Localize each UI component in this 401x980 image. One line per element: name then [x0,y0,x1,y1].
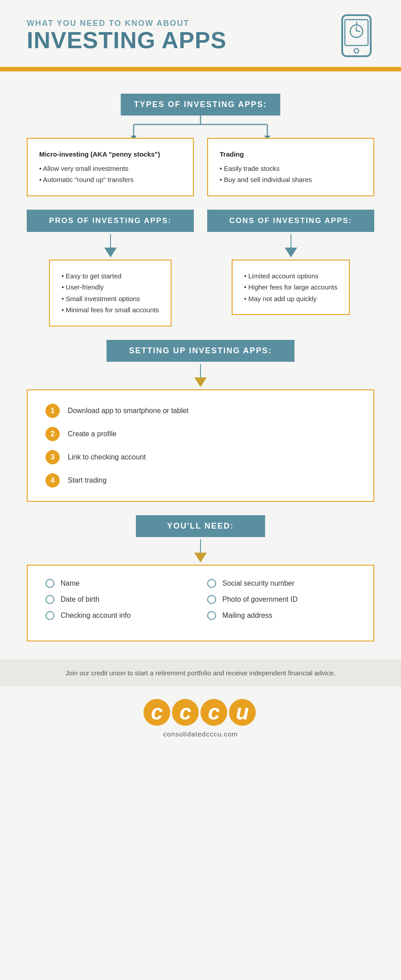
need-circle [207,595,216,604]
main-content: Types of Investing Apps: Micro-investing… [0,71,401,659]
need-header: You'll Need: [136,515,265,537]
setup-arrow [194,377,207,387]
need-circle [207,611,216,620]
micro-investing-box: Micro-investing (AKA "penny stocks") All… [27,138,194,196]
need-label: Date of birth [61,595,99,604]
logo-letter-c3: c [200,699,227,726]
step-circle-1: 1 [45,404,60,418]
step-text-1: Download app to smartphone or tablet [68,407,188,415]
trading-col: Trading Easily trade stocks Buy and sell… [207,138,374,196]
step-row-1: 1 Download app to smartphone or tablet [45,404,356,418]
setup-section: Setting Up Investing Apps: 1 Download ap… [27,340,374,502]
list-item: Limited account options [244,270,338,282]
list-item: Automatic "round up" transfers [39,174,181,186]
svg-marker-13 [264,136,270,138]
list-item: Easily trade stocks [220,163,362,174]
need-label: Photo of government ID [222,595,298,604]
footer-gray: Join our credit union to start a retirem… [0,659,401,686]
micro-investing-list: Allow very small investments Automatic "… [39,163,181,186]
need-label: Name [61,579,80,587]
need-box: Name Date of birth Checking account info [27,565,374,641]
header-subtitle: What you need to know about [27,19,226,28]
list-item: User-friendly [61,281,159,293]
svg-marker-12 [131,136,137,138]
trading-list: Easily trade stocks Buy and sell individ… [220,163,362,186]
page-header: What you need to know about Investing Ap… [0,0,401,67]
need-label: Social security number [222,579,295,587]
step-text-4: Start trading [68,476,106,484]
setup-arrow-line [200,364,201,377]
need-item-dob: Date of birth [45,595,194,604]
micro-investing-col: Micro-investing (AKA "penny stocks") All… [27,138,194,196]
need-right-col: Social security number Photo of governme… [207,579,356,627]
list-item: May not add up quickly [244,293,338,305]
step-circle-4: 4 [45,473,60,488]
need-circle [45,595,54,604]
need-circle [207,579,216,588]
footer-url: consolidatedcccu.com [163,730,238,738]
need-item-ssn: Social security number [207,579,356,588]
logo-letter-u: u [229,699,256,726]
logo-letter-c2: c [172,699,199,726]
step-text-2: Create a profile [68,430,116,438]
types-section: Types of Investing Apps: Micro-investing… [27,94,374,196]
cons-arrow [285,248,297,257]
cons-box: Limited account options Higher fees for … [232,260,350,315]
need-circle [45,611,54,620]
svg-point-2 [354,49,359,53]
need-label: Checking account info [61,612,131,620]
trading-title: Trading [220,149,362,160]
list-item: Higher fees for large accounts [244,281,338,293]
need-circle [45,579,54,588]
list-item: Minimal fees for small accounts [61,304,159,316]
types-header: Types of Investing Apps: [121,94,280,116]
header-text: What you need to know about Investing Ap… [27,19,226,53]
setup-header: Setting Up Investing Apps: [106,340,294,362]
step-circle-3: 3 [45,450,60,464]
need-columns: Name Date of birth Checking account info [45,579,356,627]
list-item: Small investment options [61,293,159,305]
branch-arrows [27,116,374,138]
footer-text: Join our credit union to start a retirem… [65,669,336,677]
cons-arrow-line [291,234,291,248]
svg-text:$: $ [356,21,358,25]
pros-arrow-line [110,234,111,248]
types-columns: Micro-investing (AKA "penny stocks") All… [27,138,374,196]
phone-icon: $ [339,13,374,58]
need-item-name: Name [45,579,194,588]
list-item: Allow very small investments [39,163,181,174]
cons-list: Limited account options Higher fees for … [244,270,338,305]
pros-col: Pros of Investing Apps: Easy to get star… [27,210,194,327]
cons-col: Cons of Investing Apps: Limited account … [207,210,374,327]
cons-center: Cons of Investing Apps: Limited account … [207,210,374,315]
footer-logo-section: c c c u consolidatedcccu.com [0,686,401,747]
step-row-3: 3 Link to checking account [45,450,356,464]
pros-arrow [104,248,117,257]
step-text-3: Link to checking account [68,453,146,461]
orange-divider [0,67,401,71]
trading-box: Trading Easily trade stocks Buy and sell… [207,138,374,196]
pros-cons-section: Pros of Investing Apps: Easy to get star… [27,210,374,327]
cccu-logo: c c c u [143,699,258,726]
need-item-photo-id: Photo of government ID [207,595,356,604]
logo-letter-c1: c [143,699,170,726]
micro-investing-title: Micro-investing (AKA "penny stocks") [39,149,181,160]
need-label: Mailing address [222,612,272,620]
header-title: Investing Apps [27,28,226,53]
step-row-4: 4 Start trading [45,473,356,488]
cons-header: Cons of Investing Apps: [207,210,374,232]
steps-box: 1 Download app to smartphone or tablet 2… [27,389,374,502]
list-item: Easy to get started [61,270,159,282]
list-item: Buy and sell individual shares [220,174,362,186]
need-left-col: Name Date of birth Checking account info [45,579,194,627]
need-item-checking: Checking account info [45,611,194,620]
need-section: You'll Need: Name Date of birth Checkin [27,515,374,641]
step-row-2: 2 Create a profile [45,427,356,441]
pros-box: Easy to get started User-friendly Small … [49,260,172,327]
pros-header: Pros of Investing Apps: [27,210,194,232]
step-circle-2: 2 [45,427,60,441]
pros-list: Easy to get started User-friendly Small … [61,270,159,316]
need-item-address: Mailing address [207,611,356,620]
need-arrow-line [200,539,201,553]
need-arrow [194,553,207,562]
